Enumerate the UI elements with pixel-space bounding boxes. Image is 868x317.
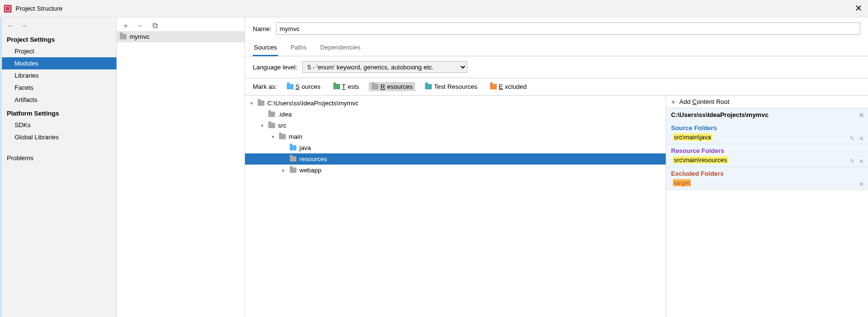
chevron-down-icon[interactable]: ▾ xyxy=(269,134,276,139)
folder-icon xyxy=(268,123,275,128)
chevron-down-icon[interactable]: ▾ xyxy=(248,100,255,106)
section-project-settings: Project Settings xyxy=(0,32,116,45)
name-input[interactable] xyxy=(276,22,860,35)
plus-icon: ＋ xyxy=(670,98,676,106)
folder-icon xyxy=(258,100,264,106)
tab-dependencies[interactable]: Dependencies xyxy=(319,40,361,56)
folder-icon xyxy=(290,167,296,173)
mark-tests-button[interactable]: Tests xyxy=(330,82,362,91)
tab-sources[interactable]: Sources xyxy=(253,40,278,56)
tree-node-src[interactable]: ▾ src xyxy=(245,120,666,131)
source-folder-item[interactable]: src\main\java ✎ ✕ xyxy=(666,133,868,144)
sources-folder-icon xyxy=(287,84,294,89)
module-list-column: ＋ － ⧉ mymvc xyxy=(117,17,245,317)
back-icon[interactable]: ← xyxy=(7,21,15,30)
tree-node-webapp[interactable]: ▸ webapp xyxy=(245,165,666,176)
excluded-folder-item[interactable]: target ✕ xyxy=(666,178,868,190)
resource-folder-item[interactable]: src\main\resources ✎ ✕ xyxy=(666,155,868,167)
language-level-select[interactable]: 5 - 'enum' keyword, generics, autoboxing… xyxy=(302,61,467,73)
content-root-path[interactable]: C:\Users\ss\IdeaProjects\mymvc ✕ xyxy=(666,108,868,121)
mark-as-label: Mark as: xyxy=(253,83,277,90)
tree-node-main[interactable]: ▾ main xyxy=(245,131,666,142)
remove-icon[interactable]: ✕ xyxy=(859,180,864,187)
mark-resources-button[interactable]: Resources xyxy=(369,82,415,91)
edit-icon[interactable]: ✎ xyxy=(850,135,854,142)
remove-icon[interactable]: ✕ xyxy=(859,134,864,142)
add-content-root-button[interactable]: ＋ Add Content Root xyxy=(666,96,868,108)
sidebar-item-libraries[interactable]: Libraries xyxy=(0,69,116,82)
edit-icon[interactable]: ✎ xyxy=(850,158,854,165)
sidebar-item-modules[interactable]: Modules xyxy=(0,57,116,69)
name-label: Name: xyxy=(253,25,271,33)
source-tree: ▾ C:\Users\ss\IdeaProjects\mymvc .idea ▾… xyxy=(245,96,666,317)
forward-icon[interactable]: → xyxy=(20,21,28,30)
tree-root[interactable]: ▾ C:\Users\ss\IdeaProjects\mymvc xyxy=(245,98,666,109)
module-folder-icon xyxy=(120,34,127,39)
module-name: mymvc xyxy=(130,33,149,40)
tree-node-idea[interactable]: .idea xyxy=(245,109,666,120)
folder-icon xyxy=(279,134,286,139)
sidebar: ← → Project Settings Project Modules Lib… xyxy=(0,17,117,317)
module-row[interactable]: mymvc xyxy=(117,31,245,42)
module-tabs: Sources Paths Dependencies xyxy=(245,40,868,56)
excluded-folder-icon xyxy=(490,84,497,89)
mark-excluded-button[interactable]: Excluded xyxy=(487,82,529,91)
folder-icon xyxy=(290,156,296,162)
tests-folder-icon xyxy=(333,84,340,89)
add-module-icon[interactable]: ＋ xyxy=(122,22,130,30)
sidebar-item-global-libraries[interactable]: Global Libraries xyxy=(0,131,116,143)
source-folders-header: Source Folders xyxy=(666,121,868,133)
close-icon[interactable]: ✕ xyxy=(855,4,862,13)
remove-module-icon[interactable]: － xyxy=(136,22,144,30)
window-accent xyxy=(0,17,2,317)
tree-node-java[interactable]: java xyxy=(245,142,666,153)
app-icon xyxy=(4,5,12,13)
excluded-folders-header: Excluded Folders xyxy=(666,167,868,178)
section-platform-settings: Platform Settings xyxy=(0,106,116,119)
language-level-label: Language level: xyxy=(253,64,297,71)
sidebar-item-sdks[interactable]: SDKs xyxy=(0,119,116,131)
remove-root-icon[interactable]: ✕ xyxy=(859,111,864,118)
resource-folders-header: Resource Folders xyxy=(666,144,868,155)
module-toolbar: ＋ － ⧉ xyxy=(117,17,245,31)
sidebar-item-problems[interactable]: Problems xyxy=(0,152,116,164)
empty-area xyxy=(666,190,868,317)
tree-node-resources[interactable]: resources xyxy=(245,153,666,165)
folder-icon xyxy=(290,145,296,150)
mark-sources-button[interactable]: Sources xyxy=(284,82,324,91)
mark-test-resources-button[interactable]: Test Resources xyxy=(422,82,480,91)
chevron-right-icon[interactable]: ▸ xyxy=(280,167,287,173)
remove-icon[interactable]: ✕ xyxy=(859,157,864,165)
sidebar-item-facets[interactable]: Facets xyxy=(0,82,116,94)
test-resources-folder-icon xyxy=(425,84,432,89)
mark-as-row: Mark as: Sources Tests Resources Test Re… xyxy=(245,78,868,96)
tab-paths[interactable]: Paths xyxy=(290,40,308,56)
content-roots-panel: ＋ Add Content Root C:\Users\ss\IdeaProje… xyxy=(666,96,868,317)
resources-folder-icon xyxy=(372,84,378,89)
nav-buttons: ← → xyxy=(0,17,116,32)
sidebar-item-artifacts[interactable]: Artifacts xyxy=(0,94,116,106)
chevron-down-icon[interactable]: ▾ xyxy=(259,123,265,128)
copy-module-icon[interactable]: ⧉ xyxy=(151,22,159,30)
folder-icon xyxy=(268,112,275,117)
module-editor: Name: Sources Paths Dependencies Languag… xyxy=(245,17,868,317)
sidebar-item-project[interactable]: Project xyxy=(0,45,116,57)
window-title: Project Structure xyxy=(16,5,63,12)
titlebar: Project Structure ✕ xyxy=(0,0,868,17)
